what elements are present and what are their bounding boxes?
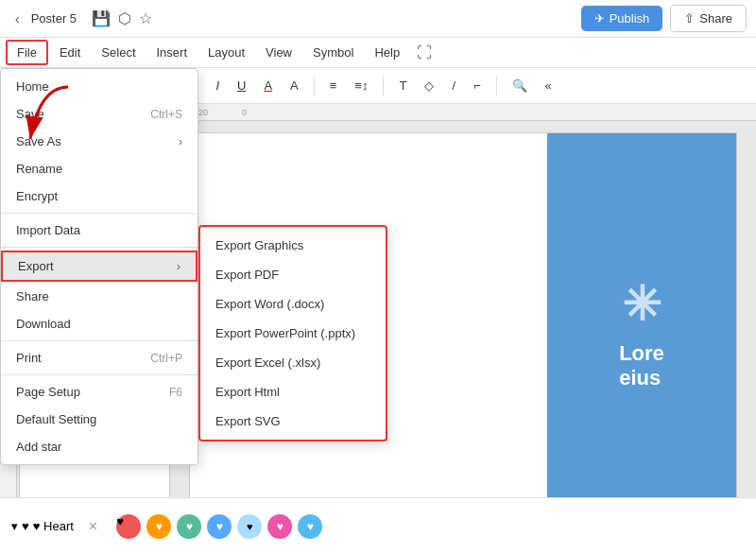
save-icon[interactable]: 💾 <box>92 9 111 27</box>
publish-label: Publish <box>610 11 650 26</box>
export-submenu: Export Graphics Export PDF Export Word (… <box>198 225 387 441</box>
share-icon: ⇧ <box>684 11 695 26</box>
menu-item-rename[interactable]: Rename <box>1 155 198 182</box>
menu-item-import-data[interactable]: Import Data <box>1 216 198 244</box>
heart-color-pink[interactable]: ♥ <box>267 514 292 539</box>
heart-color-orange[interactable]: ♥ <box>146 514 171 539</box>
corner-tool-button[interactable]: ⌐ <box>466 75 489 96</box>
menu-item-home[interactable]: Home <box>1 73 198 100</box>
export-graphics[interactable]: Export Graphics <box>200 231 386 260</box>
menu-item-add-star[interactable]: Add star <box>1 433 198 460</box>
menu-separator-1 <box>1 213 198 214</box>
menu-layout[interactable]: Layout <box>198 42 254 63</box>
pen-tool-button[interactable]: / <box>444 75 463 96</box>
heart-color-green[interactable]: ♥ <box>177 514 201 539</box>
top-bar-icons: 💾 ⬡ ☆ <box>92 9 152 27</box>
poster-snowflake-icon: ✳ <box>622 277 662 332</box>
menu-item-save-as[interactable]: Save As › <box>1 128 198 155</box>
star-icon[interactable]: ☆ <box>139 9 152 27</box>
tools-group: T ◇ / ⌐ <box>391 75 488 96</box>
menu-item-export[interactable]: Export › <box>1 251 198 282</box>
heart-color-lightblue[interactable]: ♥ <box>237 514 262 539</box>
menu-separator-2 <box>1 247 198 248</box>
menu-edit[interactable]: Edit <box>50 42 90 63</box>
zoom-button[interactable]: 🔍 <box>505 75 535 96</box>
export-pdf[interactable]: Export PDF <box>200 260 386 289</box>
export-svg[interactable]: Export SVG <box>200 407 386 436</box>
menu-help[interactable]: Help <box>365 42 409 63</box>
share-label: Share <box>699 11 732 26</box>
menu-view[interactable]: View <box>256 42 301 63</box>
export-powerpoint[interactable]: Export PowerPoint (.pptx) <box>200 319 386 348</box>
top-bar-right: ✈ Publish ⇧ Share <box>581 5 747 32</box>
back-button[interactable]: ‹ <box>9 8 26 30</box>
bottom-panel-title: ▾ ♥ ♥ Heart <box>11 519 74 533</box>
menu-insert[interactable]: Insert <box>147 42 198 63</box>
menu-file[interactable]: File <box>6 40 48 65</box>
top-bar-left: ‹ Poster 5 <box>9 8 77 30</box>
menu-item-print[interactable]: Print Ctrl+P <box>1 344 198 372</box>
collapse-icon[interactable]: ▾ <box>11 519 18 533</box>
publish-button[interactable]: ✈ Publish <box>581 6 663 31</box>
menu-item-default-setting[interactable]: Default Setting <box>1 406 198 433</box>
heart-icon: ♥ <box>22 519 29 533</box>
heart-color-cyan[interactable]: ♥ <box>298 514 322 539</box>
export-word[interactable]: Export Word (.docx) <box>200 289 386 319</box>
export-html[interactable]: Export Html <box>200 377 386 407</box>
publish-icon: ✈ <box>594 11 605 26</box>
menu-item-download[interactable]: Download <box>1 310 198 338</box>
bottom-panel-close[interactable]: × <box>89 518 97 535</box>
menu-item-encrypt[interactable]: Encrypt <box>1 182 198 210</box>
collapse-button[interactable]: « <box>538 75 559 96</box>
zoom-group: 🔍 « <box>505 75 559 96</box>
bottom-panel: ▾ ♥ ♥ Heart × ♥ ♥ ♥ ♥ ♥ ♥ ♥ <box>0 497 756 554</box>
menu-item-save[interactable]: Save Ctrl+S <box>1 100 198 128</box>
dropdown-overlay: Home Save Ctrl+S Save As › Rename Encryp… <box>0 68 387 465</box>
menu-item-page-setup[interactable]: Page Setup F6 <box>1 378 198 406</box>
poster-blue-panel: ✳ Lore eius <box>547 133 736 534</box>
menu-select[interactable]: Select <box>92 42 145 63</box>
app-title: Poster 5 <box>31 11 77 26</box>
file-dropdown: Home Save Ctrl+S Save As › Rename Encryp… <box>0 68 198 465</box>
toolbar-separator-4 <box>496 77 497 95</box>
poster-text: Lore eius <box>619 341 664 390</box>
shape-tool-button[interactable]: ◇ <box>417 75 441 96</box>
share-button[interactable]: ⇧ Share <box>670 5 747 32</box>
menu-separator-3 <box>1 340 198 341</box>
menu-more[interactable]: ⛶ <box>411 41 438 65</box>
text-tool-button[interactable]: T <box>391 75 414 96</box>
top-bar: ‹ Poster 5 💾 ⬡ ☆ ✈ Publish ⇧ Share <box>0 0 756 38</box>
heart-color-palette: ♥ ♥ ♥ ♥ ♥ ♥ ♥ <box>116 514 322 539</box>
heart-color-red[interactable]: ♥ <box>116 514 141 539</box>
menu-symbol[interactable]: Symbol <box>303 42 363 63</box>
heart-color-blue[interactable]: ♥ <box>207 514 232 539</box>
export-excel[interactable]: Export Excel (.xlsx) <box>200 348 386 377</box>
menu-separator-4 <box>1 374 198 375</box>
menu-item-share[interactable]: Share <box>1 283 198 310</box>
export-icon[interactable]: ⬡ <box>118 9 131 27</box>
menu-bar: File Edit Select Insert Layout View Symb… <box>0 38 756 68</box>
